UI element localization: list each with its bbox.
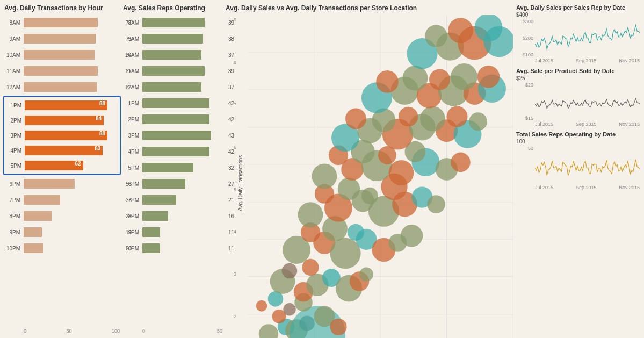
y-label: $300 xyxy=(516,19,533,24)
bar-container: 74 xyxy=(24,50,120,60)
bar-fill: 84 xyxy=(25,116,104,125)
svg-point-84 xyxy=(376,70,399,93)
bar-row[interactable]: 8AM77 xyxy=(4,15,120,30)
bar-label: 12AM xyxy=(4,84,24,90)
bar-container: 37 xyxy=(142,82,222,92)
bar-row[interactable]: 10AM37 xyxy=(123,47,222,62)
bar-row[interactable]: 9AM75 xyxy=(4,31,120,46)
svg-point-72 xyxy=(345,108,366,129)
bar-fill xyxy=(24,66,98,76)
bar-container: 38 xyxy=(142,34,222,44)
panel1-title: Avg. Daily Transactions by Hour xyxy=(4,4,120,12)
sales-reps-bar-chart: 8AM399AM3810AM3711AM3912AM371PM422PM423P… xyxy=(123,15,222,327)
bar-container: 77 xyxy=(24,66,120,76)
mini-chart-subtitle: $400 xyxy=(516,12,640,18)
bar-fill xyxy=(142,66,205,76)
bar-row[interactable]: 10PM11 xyxy=(123,241,222,256)
panel-line-charts: Avg. Daily Sales per Sales Rep by Date$4… xyxy=(516,4,640,334)
chart-row: $300$200$100 xyxy=(516,19,640,57)
bar-container: 88 xyxy=(25,100,119,110)
bar-container: 42 xyxy=(142,98,222,108)
svg-point-44 xyxy=(298,202,323,227)
bar-row[interactable]: 10PM20 xyxy=(4,241,120,256)
bar-fill: 88 xyxy=(25,100,107,110)
mini-chart-subtitle: $25 xyxy=(516,75,640,81)
bar-fill xyxy=(142,82,201,92)
bar-container: 88 xyxy=(25,131,119,140)
bar-row[interactable]: 10AM74 xyxy=(4,47,120,62)
bar-fill xyxy=(142,147,209,156)
bar-value: 76 xyxy=(126,84,132,90)
bar-value: 42 xyxy=(228,117,234,123)
bar-row[interactable]: 11AM77 xyxy=(4,63,120,78)
bar-container: 39 xyxy=(142,18,222,27)
svg-point-76 xyxy=(447,106,468,127)
svg-point-65 xyxy=(451,153,470,172)
mini-chart: Avg. Sale per Product Sold by Date$25$20… xyxy=(516,68,640,127)
y-label: $15 xyxy=(516,116,533,121)
svg-rect-98 xyxy=(535,146,640,183)
bar-row[interactable]: 11AM39 xyxy=(123,63,222,78)
bar-value: 27 xyxy=(228,181,234,187)
bar-label: 1PM xyxy=(123,100,142,106)
svg-container xyxy=(535,82,640,121)
dashboard: Avg. Daily Transactions by Hour 8AM779AM… xyxy=(0,0,644,338)
bar-row[interactable]: 5PM62 xyxy=(5,158,119,173)
bar-row[interactable]: 1PM88 xyxy=(5,98,119,113)
svg-point-87 xyxy=(451,63,477,90)
bar-row[interactable]: 1PM42 xyxy=(123,96,222,111)
bar-row[interactable]: 4PM83 xyxy=(5,143,119,158)
bar-label: 2PM xyxy=(5,118,25,124)
bar-row[interactable]: 3PM88 xyxy=(5,128,119,143)
bar-row[interactable]: 7PM21 xyxy=(123,192,222,207)
bar-fill xyxy=(24,179,75,189)
svg-rect-97 xyxy=(535,82,640,120)
scatter-plot-area[interactable] xyxy=(248,15,513,338)
bar-row[interactable]: 12AM76 xyxy=(4,80,120,95)
bar-container: 77 xyxy=(24,18,120,27)
bar-row[interactable]: 2PM84 xyxy=(5,113,119,128)
bar-label: 6PM xyxy=(4,181,24,187)
svg-point-52 xyxy=(361,188,378,204)
bar-value: 43 xyxy=(228,133,234,139)
bar-row[interactable]: 6PM53 xyxy=(4,176,120,191)
svg-point-75 xyxy=(420,106,445,132)
svg-point-93 xyxy=(425,25,447,47)
bar-row[interactable]: 4PM42 xyxy=(123,144,222,159)
transactions-bar-chart: 8AM779AM7510AM7411AM7712AM761PM882PM843P… xyxy=(4,15,120,327)
svg-point-31 xyxy=(282,263,298,279)
bar-container: 62 xyxy=(25,161,119,170)
bar-row[interactable]: 3PM43 xyxy=(123,128,222,143)
panel1-axis: 0 50 100 xyxy=(4,327,120,334)
bar-fill xyxy=(142,34,203,44)
bar-label: 8AM xyxy=(4,20,24,26)
bar-container: 38 xyxy=(24,195,120,205)
bar-row[interactable]: 8AM39 xyxy=(123,15,222,30)
bar-fill xyxy=(24,243,43,253)
scatter-wrapper: 9 8 7 6 5 4 3 2 1 Avg. Daily Transaction… xyxy=(226,15,513,338)
bar-row[interactable]: 9AM38 xyxy=(123,31,222,46)
bar-value: 39 xyxy=(228,20,234,26)
svg-point-85 xyxy=(403,66,428,91)
bar-fill xyxy=(24,50,95,60)
bar-container: 11 xyxy=(142,227,222,237)
bar-row[interactable]: 2PM42 xyxy=(123,112,222,127)
bar-fill xyxy=(142,211,168,221)
mini-chart-title: Avg. Daily Sales per Sales Rep by Date xyxy=(516,4,640,11)
bar-row[interactable]: 9PM19 xyxy=(4,225,120,240)
bar-fill xyxy=(24,18,98,27)
bar-row[interactable]: 6PM27 xyxy=(123,176,222,191)
bar-row[interactable]: 7PM38 xyxy=(4,192,120,207)
bar-row[interactable]: 8PM29 xyxy=(4,208,120,224)
bar-fill xyxy=(142,114,209,124)
bar-row[interactable]: 5PM32 xyxy=(123,160,222,175)
bar-value: 77 xyxy=(126,20,132,26)
bar-fill: 88 xyxy=(25,131,107,140)
bar-row[interactable]: 8PM16 xyxy=(123,208,222,224)
bar-row[interactable]: 9PM11 xyxy=(123,225,222,240)
panel-scatter: Avg. Daily Sales vs Avg. Daily Transacti… xyxy=(226,4,513,334)
bar-label: 4PM xyxy=(123,149,142,155)
chart-row: $20$15 xyxy=(516,82,640,121)
bar-row[interactable]: 12AM37 xyxy=(123,80,222,95)
bar-container: 16 xyxy=(142,211,222,221)
